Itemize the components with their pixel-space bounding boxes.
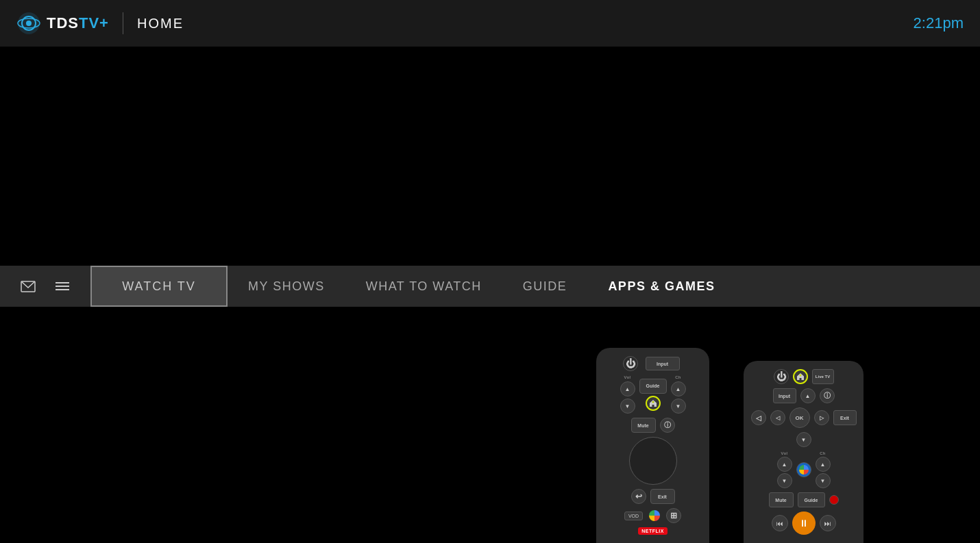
r1-power-button[interactable]: ⏻ bbox=[623, 356, 638, 371]
logo-text: TDSTV+ bbox=[47, 14, 109, 32]
envelope-icon bbox=[21, 281, 36, 292]
r2-home-button[interactable] bbox=[793, 369, 808, 384]
svg-point-2 bbox=[26, 21, 32, 26]
hamburger-icon bbox=[56, 282, 69, 290]
r1-top-row: ⏻ Input bbox=[623, 356, 683, 371]
remotes-area: ⏻ Input Vol ▲ ▼ Guide bbox=[0, 307, 980, 543]
r1-vol-label: Vol bbox=[624, 375, 631, 379]
r2-mute-button[interactable]: Mute bbox=[769, 492, 794, 507]
apps-games-tab[interactable]: APPS & GAMES bbox=[587, 266, 735, 307]
r1-vol-up[interactable]: ▲ bbox=[620, 381, 635, 396]
r2-down-button[interactable]: ▼ bbox=[796, 432, 811, 447]
r2-vol-ch-row: Vol ▲ ▼ Ch ▲ ▼ bbox=[777, 451, 831, 488]
r2-down-row: ▼ bbox=[796, 432, 811, 447]
r1-ch-up[interactable]: ▲ bbox=[671, 381, 686, 396]
r2-guide-button[interactable]: Guide bbox=[798, 492, 825, 507]
r1-mute-info-row: Mute ⓘ bbox=[631, 418, 675, 433]
remote-2-body: ⏻ Live TV Input ▲ ⓘ ◁ ◁ bbox=[744, 361, 863, 543]
r1-input-button[interactable]: Input bbox=[646, 357, 680, 370]
logo-area: TDSTV+ bbox=[16, 11, 109, 36]
r1-ch-label: Ch bbox=[675, 375, 681, 379]
r2-ch-up[interactable]: ▲ bbox=[816, 457, 831, 472]
header: TDSTV+ HOME 2:21pm bbox=[0, 0, 980, 47]
r1-info-button[interactable]: ⓘ bbox=[660, 418, 675, 433]
r2-input-button[interactable]: Input bbox=[773, 388, 796, 403]
r2-google-button[interactable] bbox=[796, 462, 811, 477]
r1-netflix-row: NETFLIX bbox=[638, 527, 667, 535]
r2-ok-button[interactable]: OK bbox=[789, 407, 810, 428]
r2-playback-row: ⏮ ⏸ ⏭ bbox=[772, 512, 836, 535]
page-title: HOME bbox=[137, 16, 184, 31]
menu-icon-button[interactable] bbox=[45, 266, 79, 307]
r2-home-icon bbox=[796, 372, 805, 381]
r1-vod-row: VOD ⊞ bbox=[624, 508, 681, 523]
r1-home-button[interactable] bbox=[646, 396, 661, 411]
content-area bbox=[0, 47, 980, 266]
r2-fastforward-button[interactable]: ⏭ bbox=[820, 515, 836, 531]
r2-top-row: ⏻ Live TV bbox=[774, 369, 834, 384]
r2-info-button[interactable]: ⓘ bbox=[820, 388, 835, 403]
watch-tv-label: WATCH TV bbox=[122, 279, 196, 294]
remote-1: ⏻ Input Vol ▲ ▼ Guide bbox=[596, 348, 709, 543]
r2-vol-up[interactable]: ▲ bbox=[777, 457, 792, 472]
watch-tv-tab[interactable]: WATCH TV bbox=[90, 266, 228, 307]
message-icon-button[interactable] bbox=[11, 266, 45, 307]
r2-right-button[interactable]: ▷ bbox=[814, 410, 829, 425]
r1-grid-button[interactable]: ⊞ bbox=[666, 508, 681, 523]
svg-point-5 bbox=[652, 401, 654, 403]
my-shows-tab[interactable]: MY SHOWS bbox=[228, 266, 345, 307]
r1-netflix-button[interactable]: NETFLIX bbox=[638, 527, 667, 535]
r2-power-button[interactable]: ⏻ bbox=[774, 369, 789, 384]
clock-display: 2:21pm bbox=[914, 14, 964, 32]
r2-red-button[interactable] bbox=[829, 495, 839, 505]
svg-point-6 bbox=[799, 375, 801, 377]
guide-tab[interactable]: GUIDE bbox=[502, 266, 588, 307]
r1-home-icon bbox=[649, 399, 657, 407]
r2-vol-down[interactable]: ▼ bbox=[777, 473, 792, 488]
nav-icons-group bbox=[0, 266, 90, 307]
remote-1-body: ⏻ Input Vol ▲ ▼ Guide bbox=[596, 348, 709, 543]
header-divider bbox=[123, 12, 123, 34]
r2-mute-guide-row: Mute Guide bbox=[769, 492, 839, 507]
r1-google-button[interactable] bbox=[647, 508, 662, 523]
r2-dpad-row: ◁ ◁ OK ▷ Exit bbox=[751, 407, 857, 428]
tds-logo-icon bbox=[16, 11, 41, 36]
r1-guide-button[interactable]: Guide bbox=[639, 379, 667, 394]
r2-exit-button[interactable]: Exit bbox=[833, 410, 857, 425]
remote-2: ⏻ Live TV Input ▲ ⓘ ◁ ◁ bbox=[744, 361, 863, 543]
r2-input-row: Input ▲ ⓘ bbox=[773, 388, 835, 403]
r2-playpause-button[interactable]: ⏸ bbox=[792, 512, 816, 535]
r2-up-button[interactable]: ▲ bbox=[800, 388, 816, 403]
r1-vol-down[interactable]: ▼ bbox=[620, 399, 635, 414]
r1-ch-down[interactable]: ▼ bbox=[671, 399, 686, 414]
r1-vol-guide-ch-row: Vol ▲ ▼ Guide Ch ▲ bbox=[620, 375, 686, 414]
r2-left-button[interactable]: ◁ bbox=[770, 410, 785, 425]
r2-rewind-button[interactable]: ⏮ bbox=[772, 515, 788, 531]
r1-mute-button[interactable]: Mute bbox=[631, 418, 656, 433]
r1-back-exit-row: ↩ Exit bbox=[631, 489, 675, 504]
r1-exit-button[interactable]: Exit bbox=[650, 489, 675, 504]
what-to-watch-tab[interactable]: WHAT TO WATCH bbox=[345, 266, 502, 307]
r1-back-button[interactable]: ↩ bbox=[631, 489, 646, 504]
r1-trackpad[interactable] bbox=[629, 437, 677, 485]
r2-back-button[interactable]: ◁ bbox=[751, 410, 766, 425]
navigation-bar: WATCH TV MY SHOWS WHAT TO WATCH GUIDE AP… bbox=[0, 266, 980, 307]
r2-livetv-button[interactable]: Live TV bbox=[812, 369, 834, 384]
r2-ch-down[interactable]: ▼ bbox=[816, 473, 831, 488]
r1-vod-button[interactable]: VOD bbox=[624, 512, 643, 520]
